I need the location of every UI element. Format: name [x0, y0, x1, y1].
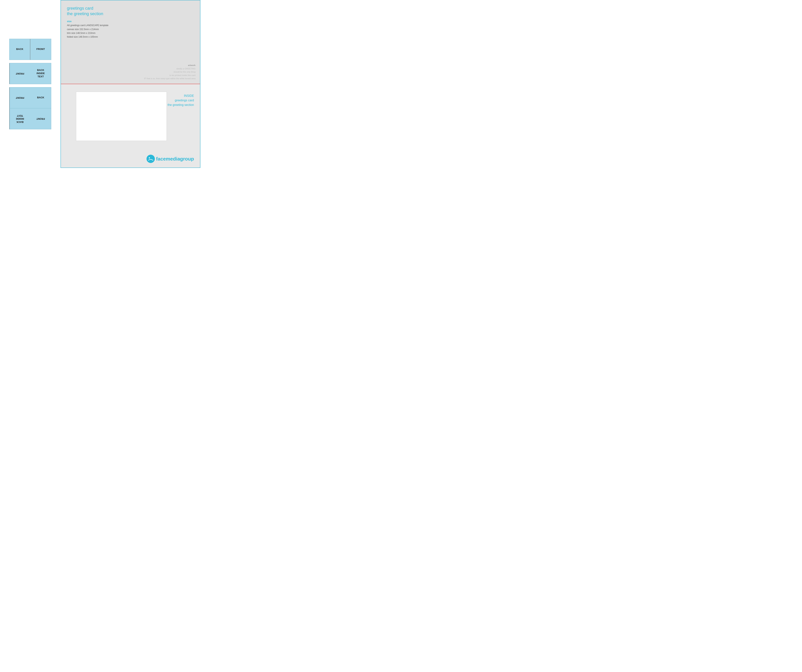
- diagram-1-front-cell: FRONT: [30, 39, 51, 60]
- inside-line1: INSIDE: [168, 94, 194, 98]
- diagram-2-back-inside-cell: BACK INSIDE TEXT: [30, 63, 51, 84]
- size-line-2: canvas size 152.5mm x 214mm: [67, 28, 194, 31]
- diagram-1-front-label: FRONT: [37, 48, 45, 51]
- diagram-3-inside-cell: BACK INSIDE TEXT: [10, 108, 30, 129]
- fmg-text-container: facemediagroup: [156, 156, 194, 162]
- left-panel: BACK FRONT FRONT BACK INSIDE TEXT: [0, 0, 60, 168]
- inside-line2: greetings card: [168, 98, 194, 103]
- title-line1: greetings card: [67, 6, 93, 11]
- inside-white-box: [76, 92, 167, 141]
- top-title: greetings card the greeting section: [67, 6, 194, 16]
- diagram-1-back-label: BACK: [16, 48, 23, 51]
- fmg-logo: facemediagroup: [147, 155, 194, 163]
- top-half: greetings card the greeting section size…: [61, 0, 200, 84]
- diagram-3-row1: FRONT BACK: [10, 87, 51, 108]
- diagram-3-front2-cell: FRONT: [30, 108, 51, 129]
- diagram-2-front-cell: FRONT: [10, 63, 30, 84]
- diagram-2-back-inside-label: BACK INSIDE TEXT: [37, 69, 45, 78]
- size-label: size: [67, 20, 194, 23]
- diagram-3-front-label: FRONT: [16, 96, 24, 99]
- diagram-3-inside-label: BACK INSIDE TEXT: [16, 114, 24, 123]
- diagram-3-front2-label: FRONT: [37, 117, 45, 120]
- card-diagrams: BACK FRONT FRONT BACK INSIDE TEXT: [9, 39, 51, 130]
- diagram-3: FRONT BACK BACK INSIDE TEXT FRONT: [9, 87, 51, 130]
- artwork-line-4: IF that is so, then keep type within the…: [144, 77, 196, 79]
- diagram-1-back-cell: BACK: [10, 39, 30, 60]
- fmg-text-accent: face: [156, 156, 166, 162]
- diagram-3-back-cell: BACK: [30, 87, 51, 108]
- artwork-note: artwork ideally a GREETING should be the…: [144, 64, 196, 80]
- diagram-2-row: FRONT BACK INSIDE TEXT: [10, 63, 51, 84]
- diagram-3-front-cell: FRONT: [10, 87, 30, 108]
- right-panel: greetings card the greeting section size…: [60, 0, 200, 168]
- size-line-1: A6 greetings card LANDSCAPE template: [67, 23, 194, 27]
- svg-point-0: [147, 155, 155, 163]
- fmg-icon: [147, 155, 155, 163]
- artwork-label: artwork: [188, 64, 196, 66]
- size-info: A6 greetings card LANDSCAPE template can…: [67, 23, 194, 39]
- diagram-1-row: BACK FRONT: [10, 39, 51, 60]
- diagram-2-front-label: FRONT: [16, 72, 24, 75]
- inside-line3: the greeting section: [168, 103, 194, 107]
- title-line2: the greeting section: [67, 11, 103, 16]
- size-line-3: trim size 148.5mm x 210mm: [67, 31, 194, 35]
- inside-label: INSIDE greetings card the greeting secti…: [168, 94, 194, 107]
- artwork-line-2: should be the only thing: [173, 71, 196, 73]
- fmg-text-plain: mediagroup: [166, 156, 194, 162]
- svg-point-1: [149, 157, 150, 159]
- artwork-line-1: ideally a GREETING: [176, 68, 196, 70]
- diagram-1: BACK FRONT: [9, 39, 51, 60]
- diagram-2: FRONT BACK INSIDE TEXT: [9, 63, 51, 84]
- size-line-4: folded size 148.5mm x 105mm: [67, 35, 194, 39]
- diagram-3-row2: BACK INSIDE TEXT FRONT: [10, 108, 51, 129]
- bottom-half: INSIDE greetings card the greeting secti…: [61, 84, 200, 168]
- diagram-3-back-label: BACK: [37, 96, 44, 99]
- artwork-line-3: to be printed inside this card: [170, 74, 196, 76]
